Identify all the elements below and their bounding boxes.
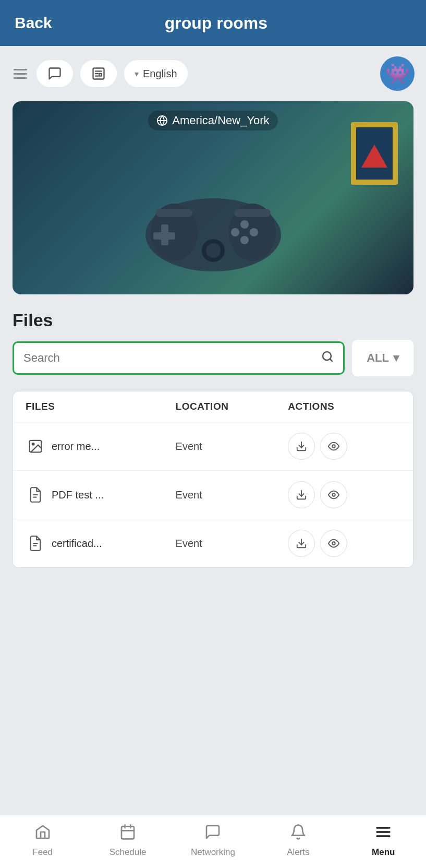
view-button-2[interactable] [320,481,347,508]
download-button-1[interactable] [288,433,315,460]
language-label: English [143,68,177,80]
nav-networking-label: Networking [191,847,235,858]
pdf-file-icon-2 [26,485,45,505]
svg-point-13 [250,228,258,236]
nav-menu[interactable]: Menu [360,824,407,858]
eye-icon [328,489,339,501]
svg-rect-4 [99,74,102,76]
file-cell-2: PDF test ... [26,485,176,505]
filter-label: ALL [367,351,389,365]
hero-image: America/New_York [13,101,413,294]
pdf-file-icon-3 [26,533,45,553]
svg-rect-19 [234,209,271,217]
menu-lines-icon [375,824,392,844]
location-3: Event [176,538,288,550]
svg-rect-18 [156,209,192,217]
table-row: error me... Event [13,422,413,471]
image-file-icon [26,436,45,456]
timezone-text: America/New_York [172,114,269,127]
chat-button[interactable] [36,60,73,87]
calendar-icon [119,824,136,844]
language-selector[interactable]: ▾ English [124,60,188,87]
file-name-1: error me... [52,441,100,453]
nav-menu-label: Menu [372,847,395,858]
back-button[interactable]: Back [15,14,52,32]
search-input[interactable] [23,351,316,365]
download-icon [296,489,307,501]
svg-line-21 [330,359,332,361]
files-table-container: FILES LOCATION ACTIONS error me... Event [0,391,426,580]
eye-icon [328,538,339,549]
file-cell-1: error me... [26,436,176,456]
col-files: FILES [26,401,176,412]
download-button-2[interactable] [288,481,315,508]
location-1: Event [176,441,288,453]
svg-point-15 [231,228,239,236]
app-header: Back group rooms [0,0,426,46]
table-row: PDF test ... Event [13,471,413,519]
col-location: LOCATION [176,401,288,412]
files-section: Files ALL ▾ [0,294,426,391]
filter-button[interactable]: ALL ▾ [352,340,413,376]
svg-rect-34 [121,826,134,839]
svg-point-29 [333,493,336,496]
table-header: FILES LOCATION ACTIONS [13,391,413,422]
timezone-badge: America/New_York [148,111,277,130]
nav-schedule-label: Schedule [109,847,147,858]
home-icon [34,824,51,844]
news-button[interactable] [80,60,117,87]
search-filter-row: ALL ▾ [13,340,413,376]
svg-point-33 [333,542,336,545]
toolbar: ▾ English 👾 [0,46,426,101]
chevron-down-icon: ▾ [135,69,139,79]
svg-point-12 [240,220,249,229]
location-2: Event [176,489,288,501]
svg-rect-11 [153,232,175,240]
download-icon [296,441,307,452]
svg-point-14 [240,236,249,244]
svg-point-25 [333,445,336,448]
nav-alerts-label: Alerts [287,847,309,858]
eye-icon [328,441,339,452]
nav-feed-label: Feed [32,847,53,858]
view-button-3[interactable] [320,530,347,557]
file-cell-3: certificad... [26,533,176,553]
file-name-2: PDF test ... [52,489,104,501]
file-name-3: certificad... [52,538,102,550]
actions-3 [288,530,400,557]
nav-alerts[interactable]: Alerts [275,824,322,858]
bell-icon [290,824,307,844]
svg-point-17 [206,243,221,258]
globe-icon [156,115,168,126]
bottom-nav: Feed Schedule Networking Alerts [0,815,426,868]
files-title: Files [13,310,413,330]
actions-1 [288,433,400,460]
news-icon [91,66,106,81]
download-button-3[interactable] [288,530,315,557]
search-icon[interactable] [321,350,334,366]
search-box [13,341,345,375]
actions-2 [288,481,400,508]
chat-icon [47,66,62,81]
page-title: group rooms [165,14,267,33]
files-table: FILES LOCATION ACTIONS error me... Event [13,391,413,568]
hamburger-icon[interactable] [11,67,29,81]
nav-feed[interactable]: Feed [19,824,66,858]
table-row: certificad... Event [13,519,413,567]
nav-schedule[interactable]: Schedule [104,824,151,858]
gamepad-illustration [130,167,297,284]
download-icon [296,538,307,549]
col-actions: ACTIONS [288,401,400,412]
view-button-1[interactable] [320,433,347,460]
chat-bubble-icon [204,824,221,844]
nav-networking[interactable]: Networking [189,824,236,858]
filter-chevron-icon: ▾ [393,351,399,365]
svg-point-23 [32,443,34,445]
user-avatar[interactable]: 👾 [380,56,415,91]
